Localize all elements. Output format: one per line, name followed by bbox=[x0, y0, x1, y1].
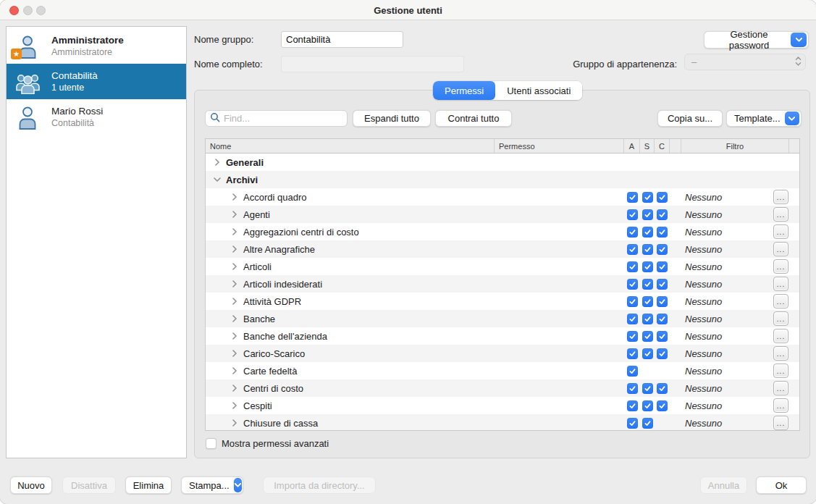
permission-checkbox-s[interactable] bbox=[642, 348, 653, 359]
filter-options-button[interactable]: ... bbox=[773, 190, 788, 204]
chevron-right-icon[interactable] bbox=[230, 332, 240, 340]
permission-checkbox-c[interactable] bbox=[657, 383, 668, 394]
table-row-agenti[interactable]: AgentiNessuno... bbox=[206, 206, 799, 223]
permission-checkbox-c[interactable] bbox=[657, 279, 668, 290]
gestione-password-button[interactable]: Gestione password bbox=[704, 31, 809, 49]
permission-checkbox-c[interactable] bbox=[657, 192, 668, 203]
search-input[interactable] bbox=[224, 113, 351, 124]
table-row-banche[interactable]: BancheNessuno... bbox=[206, 310, 799, 327]
table-row-articoli-indesiderati[interactable]: Articoli indesideratiNessuno... bbox=[206, 275, 799, 293]
table-row-cespiti[interactable]: CespitiNessuno... bbox=[206, 397, 799, 414]
permission-checkbox-c[interactable] bbox=[657, 209, 668, 220]
filter-options-button[interactable]: ... bbox=[773, 277, 788, 291]
permission-checkbox-s[interactable] bbox=[642, 279, 653, 290]
table-row-accordi-quadro[interactable]: Accordi quadroNessuno... bbox=[206, 188, 799, 206]
permission-checkbox-s[interactable] bbox=[642, 296, 653, 307]
nome-gruppo-input[interactable] bbox=[281, 31, 403, 48]
permission-checkbox-a[interactable] bbox=[627, 348, 638, 359]
permission-checkbox-c[interactable] bbox=[657, 314, 668, 324]
permission-checkbox-a[interactable] bbox=[627, 192, 638, 203]
permission-checkbox-c[interactable] bbox=[657, 261, 668, 272]
permission-checkbox-a[interactable] bbox=[627, 227, 638, 238]
permission-checkbox-c[interactable] bbox=[657, 296, 668, 307]
chevron-right-icon[interactable] bbox=[230, 349, 240, 358]
table-row-chiusure-di-cassa[interactable]: Chiusure di cassaNessuno... bbox=[206, 414, 799, 431]
permission-checkbox-a[interactable] bbox=[627, 366, 638, 377]
table-row-articoli[interactable]: ArticoliNessuno... bbox=[206, 258, 799, 275]
chevron-right-icon[interactable] bbox=[230, 193, 240, 201]
filter-options-button[interactable]: ... bbox=[773, 381, 788, 395]
template-button[interactable]: Template... bbox=[726, 110, 802, 127]
chevron-right-icon[interactable] bbox=[212, 158, 222, 167]
mostra-permessi-avanzati-checkbox[interactable] bbox=[206, 438, 216, 449]
permission-checkbox-a[interactable] bbox=[627, 261, 638, 272]
sidebar-item-mario-rossi[interactable]: Mario RossiContabilità bbox=[7, 99, 186, 135]
nuovo-button[interactable]: Nuovo bbox=[10, 476, 52, 494]
permission-checkbox-a[interactable] bbox=[627, 400, 638, 411]
permission-checkbox-s[interactable] bbox=[642, 331, 653, 342]
filter-options-button[interactable]: ... bbox=[773, 398, 788, 413]
permission-checkbox-c[interactable] bbox=[657, 348, 668, 359]
permission-checkbox-s[interactable] bbox=[642, 418, 653, 429]
chevron-right-icon[interactable] bbox=[230, 384, 240, 392]
permission-checkbox-s[interactable] bbox=[642, 261, 653, 272]
filter-options-button[interactable]: ... bbox=[773, 294, 788, 308]
table-row-aggregazioni-centri-di-costo[interactable]: Aggregazioni centri di costoNessuno... bbox=[206, 223, 799, 240]
chevron-right-icon[interactable] bbox=[230, 280, 240, 288]
table-row-centri-di-costo[interactable]: Centri di costoNessuno... bbox=[206, 379, 799, 397]
table-row-altre-anagrafiche[interactable]: Altre AnagraficheNessuno... bbox=[206, 240, 799, 258]
table-row-archivi[interactable]: Archivi bbox=[206, 171, 799, 188]
elimina-button[interactable]: Elimina bbox=[125, 476, 172, 494]
chevron-right-icon[interactable] bbox=[230, 401, 240, 410]
chevron-right-icon[interactable] bbox=[230, 210, 240, 219]
filter-options-button[interactable]: ... bbox=[773, 416, 788, 430]
stampa-button[interactable]: Stampa... bbox=[181, 476, 243, 494]
permission-checkbox-s[interactable] bbox=[642, 314, 653, 324]
permission-checkbox-s[interactable] bbox=[642, 400, 653, 411]
contrai-tutto-button[interactable]: Contrai tutto bbox=[435, 110, 512, 127]
search-field[interactable] bbox=[205, 110, 348, 127]
chevron-right-icon[interactable] bbox=[230, 262, 240, 271]
table-row-attivit-gdpr[interactable]: Attività GDPRNessuno... bbox=[206, 293, 799, 310]
espandi-tutto-button[interactable]: Espandi tutto bbox=[353, 110, 431, 127]
permission-checkbox-c[interactable] bbox=[657, 400, 668, 411]
permission-checkbox-a[interactable] bbox=[627, 209, 638, 220]
permission-checkbox-s[interactable] bbox=[642, 192, 653, 203]
filter-options-button[interactable]: ... bbox=[773, 364, 788, 378]
permission-checkbox-a[interactable] bbox=[627, 331, 638, 342]
permission-checkbox-s[interactable] bbox=[642, 383, 653, 394]
chevron-right-icon[interactable] bbox=[230, 297, 240, 306]
chevron-right-icon[interactable] bbox=[230, 366, 240, 375]
permission-checkbox-c[interactable] bbox=[657, 227, 668, 238]
filter-options-button[interactable]: ... bbox=[773, 224, 788, 239]
copia-su-button[interactable]: Copia su... bbox=[657, 110, 723, 127]
permission-checkbox-s[interactable] bbox=[642, 209, 653, 220]
chevron-right-icon[interactable] bbox=[230, 314, 240, 323]
chevron-down-icon[interactable] bbox=[212, 177, 222, 182]
sidebar-item-contabilit[interactable]: Contabilità1 utente bbox=[7, 64, 186, 99]
sidebar-item-amministratore[interactable]: ★AmministratoreAmministratore bbox=[7, 28, 186, 64]
permission-checkbox-a[interactable] bbox=[627, 418, 638, 429]
filter-options-button[interactable]: ... bbox=[773, 259, 788, 274]
chevron-right-icon[interactable] bbox=[230, 245, 240, 253]
filter-options-button[interactable]: ... bbox=[773, 311, 788, 326]
permission-checkbox-c[interactable] bbox=[657, 331, 668, 342]
filter-options-button[interactable]: ... bbox=[773, 329, 788, 343]
table-row-carte-fedelt[interactable]: Carte fedeltàNessuno... bbox=[206, 362, 799, 379]
permission-checkbox-s[interactable] bbox=[642, 244, 653, 255]
permission-checkbox-a[interactable] bbox=[627, 383, 638, 394]
permission-checkbox-s[interactable] bbox=[642, 227, 653, 238]
permission-checkbox-c[interactable] bbox=[657, 244, 668, 255]
chevron-right-icon[interactable] bbox=[230, 227, 240, 236]
filter-options-button[interactable]: ... bbox=[773, 346, 788, 361]
tab-utenti-associati[interactable]: Utenti associati bbox=[495, 81, 582, 100]
filter-options-button[interactable]: ... bbox=[773, 242, 788, 256]
table-row-generali[interactable]: Generali bbox=[206, 154, 799, 171]
table-row-banche-dell-azienda[interactable]: Banche dell'aziendaNessuno... bbox=[206, 327, 799, 345]
permission-checkbox-a[interactable] bbox=[627, 314, 638, 324]
permission-checkbox-a[interactable] bbox=[627, 244, 638, 255]
filter-options-button[interactable]: ... bbox=[773, 207, 788, 222]
table-row-carico-scarico[interactable]: Carico-ScaricoNessuno... bbox=[206, 345, 799, 362]
permission-checkbox-a[interactable] bbox=[627, 296, 638, 307]
ok-button[interactable]: Ok bbox=[756, 476, 807, 494]
